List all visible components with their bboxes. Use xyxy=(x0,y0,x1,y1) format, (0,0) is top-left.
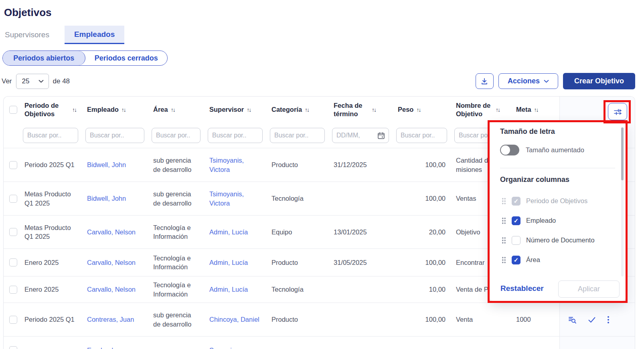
calendar-icon[interactable] xyxy=(377,132,385,139)
approve-check-icon[interactable] xyxy=(587,315,596,324)
column-checkbox[interactable] xyxy=(512,216,520,225)
cell-supervisor-link[interactable]: Admin, Lucía xyxy=(205,216,267,248)
col-header-fecha[interactable]: Fecha de término ↑↓ xyxy=(329,97,393,123)
cell-supervisor-link[interactable]: Tsimoyanis, Victora xyxy=(205,148,267,182)
col-header-area[interactable]: Área ↑↓ xyxy=(148,97,205,123)
col-label: Periodo de Objetivos xyxy=(24,101,69,119)
column-list-item: Número de Documento xyxy=(490,230,626,250)
col-header-periodo[interactable]: Periodo de Objetivos ↑↓ xyxy=(20,97,82,123)
row-checkbox[interactable] xyxy=(9,161,17,169)
search-peso-input[interactable] xyxy=(396,128,447,143)
cell-empleado-link[interactable]: Bidwell, John xyxy=(82,182,148,215)
cell-nombre xyxy=(451,337,511,349)
ver-label: Ver xyxy=(2,77,12,85)
cell-periodo: Enero 2025 xyxy=(20,249,82,276)
drag-handle-icon[interactable] xyxy=(502,237,506,244)
font-size-toggle-row: Tamaño aumentado xyxy=(500,145,584,155)
cell-supervisor-link[interactable]: Admin, Lucía xyxy=(205,276,267,303)
cell-area: Tecnología e Información xyxy=(148,276,205,303)
search-categoria-input[interactable] xyxy=(270,128,325,143)
column-list-item: Área xyxy=(490,250,626,270)
cell-peso: 20,00 xyxy=(393,216,451,248)
font-size-toggle[interactable] xyxy=(500,145,519,155)
cell-supervisor-link[interactable]: Tsimoyanis, Victora xyxy=(205,182,267,215)
crear-objetivo-button[interactable]: Crear Objetivo xyxy=(563,73,635,89)
col-header-supervisor[interactable]: Supervisor ↑↓ xyxy=(205,97,267,123)
cell-fecha xyxy=(329,182,393,215)
drag-handle-icon[interactable] xyxy=(502,256,506,263)
column-checkbox[interactable] xyxy=(512,236,520,245)
fecha-termino-date-input[interactable]: DD/MM, xyxy=(332,128,389,143)
popup-scrollbar-track xyxy=(621,127,624,276)
search-area-input[interactable] xyxy=(152,128,200,143)
cell-empleado-link[interactable]: Contreras, Juan xyxy=(82,303,148,336)
row-checkbox[interactable] xyxy=(9,195,17,203)
col-label: Meta xyxy=(516,105,531,114)
filter-periodos-abiertos[interactable]: Periodos abiertos xyxy=(3,51,85,65)
kebab-menu-icon[interactable] xyxy=(607,315,610,324)
cell-empleado-link[interactable]: Carvallo, Nelson xyxy=(82,216,148,248)
cell-supervisor-link[interactable]: Chincoya, Daniel xyxy=(205,303,267,336)
col-header-empleado[interactable]: Empleado ↑↓ xyxy=(82,97,148,123)
column-settings-button[interactable] xyxy=(608,103,627,120)
download-button[interactable] xyxy=(476,73,494,89)
cell-empleado-link[interactable]: Bidwell, John xyxy=(82,148,148,182)
settings-sliders-icon xyxy=(613,107,622,116)
cell-peso: 100,00 xyxy=(393,249,451,276)
drag-handle-icon[interactable] xyxy=(502,198,506,204)
column-checkbox[interactable] xyxy=(512,256,520,264)
col-label: Fecha de término xyxy=(334,101,369,119)
cell-periodo: Metas Producto Q1 2025 xyxy=(20,216,82,248)
col-header-categoria[interactable]: Categoría ↑↓ xyxy=(267,97,329,123)
page-size-select[interactable]: 25 xyxy=(16,74,49,89)
col-label: Área xyxy=(153,105,168,114)
column-checkbox[interactable] xyxy=(512,197,520,206)
col-label: Categoría xyxy=(271,105,302,114)
search-supervisor-input[interactable] xyxy=(208,128,263,143)
search-empleado-input[interactable] xyxy=(85,128,144,143)
period-filter-group: Periodos abiertos Periodos cerrados xyxy=(2,50,168,66)
col-header-peso[interactable]: Peso ↑↓ xyxy=(393,97,451,123)
total-label: de 48 xyxy=(53,77,70,85)
search-periodo-input[interactable] xyxy=(23,128,78,143)
cell-empleado-link[interactable]: Carvallo, Nelson xyxy=(82,249,148,276)
column-list: Periodo de Objetivos Empleado Número de … xyxy=(490,191,626,270)
sort-icon: ↑↓ xyxy=(305,107,309,113)
cell-meta: 1000 xyxy=(511,303,559,336)
col-header-meta[interactable]: Meta ↑↓ xyxy=(511,97,559,123)
cell-empleado-link[interactable]: Empleado xyxy=(82,337,148,349)
column-label: Número de Documento xyxy=(526,236,595,244)
tab-supervisores[interactable]: Supervisores xyxy=(4,26,59,44)
sort-icon: ↑↓ xyxy=(247,107,251,113)
cell-fecha: 31/05/2025 xyxy=(329,249,393,276)
select-all-checkbox[interactable] xyxy=(9,106,17,114)
sort-icon: ↑↓ xyxy=(496,107,500,113)
cell-empleado-link[interactable]: Carvallo, Nelson xyxy=(82,276,148,303)
row-checkbox[interactable] xyxy=(9,286,17,294)
cell-fecha: 31/12/2025 xyxy=(329,148,393,182)
cell-actions xyxy=(559,303,635,336)
cell-periodo: Enero 2025 xyxy=(20,276,82,303)
aplicar-button[interactable]: Aplicar xyxy=(558,280,620,298)
page-title: Objetivos xyxy=(4,6,51,19)
acciones-button[interactable]: Acciones xyxy=(498,73,558,89)
row-checkbox[interactable] xyxy=(9,258,17,266)
cell-meta xyxy=(511,337,559,349)
restablecer-button[interactable]: Restablecer xyxy=(500,284,544,293)
drag-handle-icon[interactable] xyxy=(502,217,506,224)
view-details-icon[interactable] xyxy=(568,315,577,324)
tab-bar: Supervisores Empleados xyxy=(4,26,124,44)
download-icon xyxy=(480,77,488,85)
date-placeholder: DD/MM, xyxy=(336,132,360,139)
row-checkbox[interactable] xyxy=(9,346,17,349)
cell-supervisor-link[interactable]: Admin, Lucía xyxy=(205,249,267,276)
cell-supervisor-link[interactable]: Supervisor xyxy=(205,337,267,349)
row-checkbox[interactable] xyxy=(9,316,17,324)
col-label: Peso xyxy=(398,105,413,114)
row-checkbox[interactable] xyxy=(9,228,17,236)
popup-scrollbar-thumb[interactable] xyxy=(621,127,624,180)
tab-empleados[interactable]: Empleados xyxy=(65,26,124,44)
col-header-nombre[interactable]: Nombre de Objetivo ↑↓ xyxy=(451,97,511,123)
filter-periodos-cerrados[interactable]: Periodos cerrados xyxy=(85,51,168,65)
cell-categoria: Tecnología xyxy=(267,276,329,303)
